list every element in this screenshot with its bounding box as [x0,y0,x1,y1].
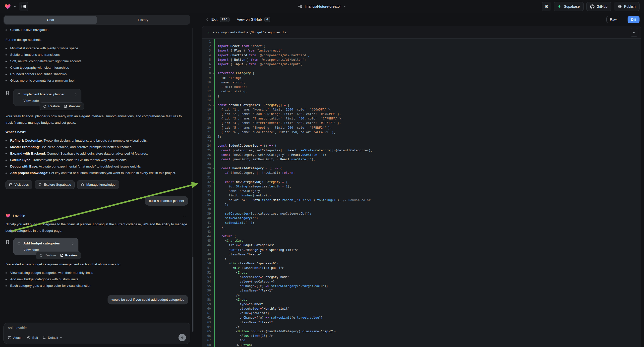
list-item: Minimalist interface with plenty of whit… [6,45,188,52]
code-line: 10 name: string; [202,80,641,85]
line-number: 9 [202,76,214,80]
edit-card-title: Add budget categories [24,241,60,246]
code-line: 4import ChartCard from '@/components/ui/… [202,53,641,58]
line-number: 25 [202,148,214,152]
user-message-row: would be cool if you could add budget ca… [6,295,188,304]
line-number: 45 [202,238,214,243]
publish-button[interactable]: Publish [614,2,640,11]
project-globe-icon [298,4,302,9]
design-bullet-list: Minimalist interface with plenty of whit… [6,45,188,84]
line-number: 24⌄ [202,144,214,148]
chat-message-list[interactable]: Clean, intuitive navigation For the desi… [0,26,194,320]
preview-button[interactable]: Preview [60,254,78,258]
list-item: Subtle animations and transitions [6,52,188,58]
restore-button[interactable]: Restore [39,254,56,258]
collapse-file-button[interactable] [630,28,638,36]
line-number: 8⌄ [202,71,214,76]
project-switcher[interactable]: financial-future-creator [298,0,346,13]
fold-chevron-icon[interactable]: ⌄ [212,166,214,170]
line-number: 6 [202,62,214,66]
line-number: 12 [202,89,214,94]
line-number: 3 [202,48,214,53]
settings-button[interactable]: ⚙ [542,2,551,11]
list-item: Rounded corners and subtle shadows [6,71,188,78]
code-line: 17 { id: '2', name: 'Food & Dining', lim… [202,112,641,116]
code-line: 68 </Button> [202,343,641,347]
visit-docs-button[interactable]: Visit docs [6,180,32,189]
tab-history[interactable]: History [97,16,190,24]
preview-button[interactable]: Preview [64,104,80,108]
line-number: 19 [202,121,214,125]
tab-chat[interactable]: Chat [4,16,97,24]
code-line: 22]; [202,134,641,139]
line-number: 37 [202,202,214,207]
code-line: 14 [202,98,641,102]
code-line: 2import React from 'react'; [202,44,641,48]
line-number: 26 [202,152,214,157]
restore-button[interactable]: Restore [43,104,60,108]
bookmark-icon[interactable] [6,90,10,95]
chat-scrollbar-thumb[interactable] [192,257,194,332]
line-number: 14 [202,98,214,102]
code-line: 46 title="Budget Categories" [202,243,641,248]
user-message: build a financial planner [145,196,188,206]
list-item: Add project knowledge: Set key context o… [6,170,188,176]
fold-chevron-icon[interactable]: ⌄ [212,71,214,75]
sidebar-toggle-button[interactable] [19,2,28,11]
list-item: Expand with Backend: Connect Supabase to… [6,150,188,157]
chevron-down-icon [60,336,62,339]
g-key-badge: G [264,17,270,22]
lovable-logo-heart-icon[interactable] [4,3,11,10]
added-bullet-list: View existing budget categories with the… [6,270,188,289]
exit-button[interactable]: Exit ESC [206,17,230,22]
attach-button[interactable]: Attach [8,336,22,340]
code-line: 59 type="number" [202,302,641,306]
send-button[interactable] [178,334,186,341]
code-line: 40 setNewCategory(''); [202,216,641,220]
message-menu-button[interactable]: ··· [183,212,188,219]
assistant-paragraph: I've added a new budget categories manag… [6,261,188,268]
file-header[interactable]: src/components/budget/BudgetCategories.t… [202,26,641,38]
model-selector[interactable]: Default [42,336,62,340]
whats-next-list: Refine & Customize: Tweak the design, an… [6,138,188,176]
top-bar: financial-future-creator ⚙ Supabase GitH… [0,0,644,13]
suggestion-buttons: Visit docs Explore Supabase Manage knowl… [6,180,188,189]
file-path: src/components/budget/BudgetCategories.t… [212,30,288,34]
edit-card-title: Implement financial planner [24,92,64,97]
esc-key-badge: ESC [220,17,229,22]
line-number: 68 [202,343,214,347]
line-number: 52 [202,270,214,275]
explore-supabase-button[interactable]: Explore Supabase [35,180,75,189]
line-number: 17 [202,112,214,116]
fold-chevron-icon[interactable]: ⌄ [212,180,214,184]
line-number: 11 [202,85,214,89]
logo-chevron-down-icon[interactable] [14,5,16,8]
assistant-paragraph: Your sleek financial planner is now read… [6,113,187,126]
code-line: 51 <div className="flex gap-4"> [202,266,641,270]
user-message: would be cool if you could add budget ca… [108,295,188,304]
view-on-github-button[interactable]: View on GitHub G [237,17,270,22]
fold-chevron-icon[interactable]: ⌄ [212,102,214,107]
bookmark-icon[interactable] [6,240,10,244]
list-item: Add new budget categories with custom li… [6,276,188,282]
github-button[interactable]: GitHub [586,2,612,11]
edit-mode-button[interactable]: Edit [27,336,38,340]
supabase-button[interactable]: Supabase [554,2,584,11]
chat-input[interactable] [8,326,186,330]
line-number: 38 [202,207,214,211]
line-number: 47 [202,248,214,252]
line-number: 53 [202,275,214,279]
code-line: 47 subtitle="Manage your spending limits… [202,248,641,252]
line-number: 41 [202,220,214,225]
code-editor[interactable]: 12import React from 'react';3import { Pl… [202,38,641,347]
code-line: 42 }; [202,225,641,230]
fold-chevron-icon[interactable]: ⌄ [212,143,214,148]
code-line: 20 { id: '5', name: 'Shopping', limit: 2… [202,126,641,130]
code-line: 9 id: string; [202,76,641,80]
diff-toggle-button[interactable]: Diff [628,16,640,23]
manage-knowledge-button[interactable]: Manage knowledge [77,180,119,189]
restore-icon [43,104,46,108]
code-line: 49 > [202,257,641,261]
line-number: 57 [202,293,214,298]
raw-toggle-button[interactable]: Raw [606,16,620,23]
